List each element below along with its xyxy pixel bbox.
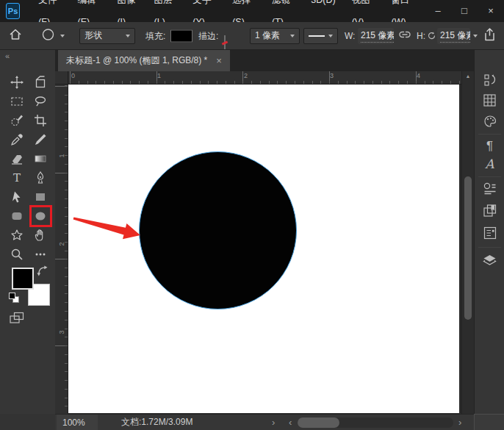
home-icon[interactable] (9, 28, 22, 44)
scroll-left-icon[interactable]: ‹ (289, 415, 292, 430)
gradient-tool-button[interactable] (32, 150, 49, 168)
vertical-scrollbar-thumb[interactable] (464, 176, 472, 320)
ruler-origin-corner (55, 71, 68, 85)
document-tab-strip: 未标题-1 @ 100% (椭圆 1, RGB/8) * × (55, 50, 474, 71)
options-more-chevron-icon[interactable] (473, 35, 478, 37)
scroll-up-icon[interactable]: ▲ (462, 74, 474, 79)
height-field-label: H: (417, 31, 425, 41)
horizontal-ruler: 0 1 2 3 4 (68, 71, 461, 85)
fill-color-swatch[interactable] (170, 29, 192, 42)
panel-dock: ¶ A (474, 50, 504, 414)
solid-line-icon (309, 35, 325, 37)
foreground-color-swatch[interactable] (12, 268, 34, 290)
crop-tool-button[interactable] (32, 112, 49, 129)
tool-preset-chevron-icon[interactable] (60, 35, 65, 37)
menu-bar: Ps 文件(F) 编辑(E) 图像(I) 图层(L) 文字(Y) 选择(S) 滤… (0, 0, 504, 22)
dock-separator (478, 247, 501, 248)
dock-separator (478, 176, 501, 177)
collapse-toolbar-icon[interactable]: « (5, 51, 9, 60)
scroll-right-icon[interactable]: › (458, 415, 461, 430)
horizontal-scrollbar-thumb[interactable] (298, 418, 339, 428)
character-panel-icon[interactable]: A (482, 156, 497, 171)
photoshop-logo-icon: Ps (6, 3, 20, 19)
rounded-rectangle-tool-button[interactable] (8, 207, 26, 225)
tool-options-bar: 形状 填充: 描边: 1 像素 W: 215 像素 H: 215 像素 (0, 22, 504, 50)
swatches-panel-icon[interactable] (482, 93, 497, 108)
path-selection-tool-button[interactable] (8, 188, 26, 206)
rectangle-tool-button[interactable] (32, 188, 49, 206)
eyedropper-tool-button[interactable] (8, 131, 26, 148)
tools-panel: « T (0, 50, 55, 414)
vertical-ruler: 1 2 3 (55, 85, 68, 414)
refresh-icon (428, 29, 436, 43)
libraries-panel-icon[interactable] (482, 181, 497, 196)
eraser-tool-button[interactable] (8, 150, 26, 168)
photoshop-window: Ps 文件(F) 编辑(E) 图像(I) 图层(L) 文字(Y) 选择(S) 滤… (0, 0, 504, 430)
screen-mode-icon[interactable] (10, 312, 24, 327)
quick-selection-tool-button[interactable] (8, 112, 26, 129)
history-panel-icon[interactable] (482, 72, 497, 87)
ellipse-shape-layer[interactable] (139, 151, 297, 309)
fill-label: 填充: (145, 29, 165, 42)
custom-shape-tool-button[interactable] (8, 226, 26, 244)
resize-corner[interactable] (474, 414, 504, 430)
hand-tool-button[interactable] (32, 226, 49, 244)
status-flyout-chevron-icon[interactable]: › (272, 415, 275, 430)
type-tool-button[interactable]: T (8, 169, 26, 187)
lasso-tool-button[interactable] (32, 93, 49, 110)
ellipse-tool-preset-icon[interactable] (41, 27, 55, 44)
paragraph-panel-icon[interactable]: ¶ (482, 138, 497, 154)
document-size-info: 文档:1.72M/3.09M (121, 415, 192, 430)
default-colors-icon[interactable] (9, 293, 15, 299)
stroke-width-select[interactable]: 1 像素 (250, 28, 300, 44)
tab-close-icon[interactable]: × (216, 55, 222, 66)
stroke-color-swatch[interactable] (224, 35, 226, 49)
marquee-tool-button[interactable] (8, 93, 26, 110)
window-controls: – □ × (425, 0, 504, 22)
stroke-style-select[interactable] (303, 28, 338, 44)
properties-panel-icon[interactable] (482, 225, 497, 240)
link-dimensions-icon[interactable] (398, 28, 411, 44)
shape-height-field[interactable]: 215 像素 (437, 28, 470, 44)
document-canvas[interactable] (68, 85, 459, 413)
color-panel-icon[interactable] (482, 113, 497, 129)
document-tab-title: 未标题-1 @ 100% (椭圆 1, RGB/8) * (66, 54, 207, 67)
vertical-scrollbar[interactable]: ▲ (461, 71, 474, 414)
layers-panel-icon[interactable] (482, 253, 497, 268)
maximize-button[interactable]: □ (451, 0, 478, 22)
zoom-level-field[interactable]: 100% (57, 415, 98, 430)
horizontal-scrollbar[interactable] (298, 418, 453, 428)
minimize-button[interactable]: – (425, 0, 451, 22)
document-tab[interactable]: 未标题-1 @ 100% (椭圆 1, RGB/8) * × (58, 50, 230, 71)
swap-colors-icon[interactable] (37, 265, 48, 279)
ellipse-tool-highlight-annotation (29, 205, 52, 227)
tool-mode-select[interactable]: 形状 (79, 28, 135, 44)
dock-separator (478, 134, 501, 135)
stroke-label: 描边: (198, 29, 218, 42)
canvas-area: 0 1 2 3 4 1 2 3 (55, 71, 461, 414)
width-field-label: W: (345, 31, 355, 41)
zoom-tool-button[interactable] (8, 246, 26, 263)
artboard-tool-button[interactable] (32, 74, 49, 91)
pen-tool-button[interactable] (32, 169, 49, 187)
move-tool-button[interactable] (8, 74, 26, 91)
shape-width-field[interactable]: 215 像素 (358, 28, 394, 44)
brush-tool-button[interactable] (32, 131, 49, 148)
svg-text:T: T (13, 171, 21, 184)
adjustments-panel-icon[interactable] (482, 203, 497, 218)
status-bar: 100% 文档:1.72M/3.09M › ‹ › (55, 414, 474, 430)
close-button[interactable]: × (478, 0, 504, 22)
share-icon[interactable] (483, 27, 497, 44)
more-tools-button[interactable] (32, 246, 49, 263)
